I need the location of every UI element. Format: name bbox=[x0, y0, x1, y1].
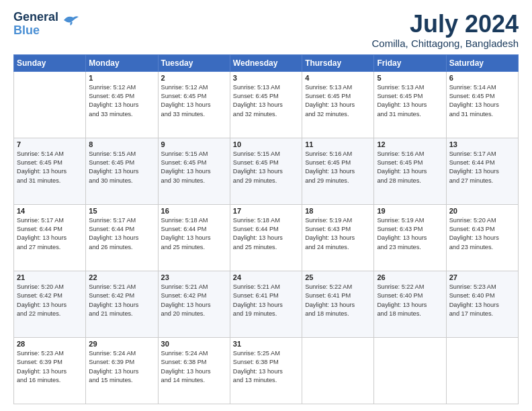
day-number: 16 bbox=[161, 207, 227, 215]
day-info: Sunrise: 5:21 AM Sunset: 6:42 PM Dayligh… bbox=[89, 283, 154, 318]
day-info: Sunrise: 5:17 AM Sunset: 6:44 PM Dayligh… bbox=[17, 216, 83, 252]
day-number: 19 bbox=[377, 207, 443, 215]
calendar-cell: 22Sunrise: 5:21 AM Sunset: 6:42 PM Dayli… bbox=[86, 271, 158, 337]
title-block: July 2024 Comilla, Chittagong, Banglades… bbox=[372, 11, 519, 49]
calendar-body: 1Sunrise: 5:12 AM Sunset: 6:45 PM Daylig… bbox=[14, 71, 519, 404]
calendar-cell: 20Sunrise: 5:20 AM Sunset: 6:43 PM Dayli… bbox=[446, 204, 518, 271]
day-info: Sunrise: 5:19 AM Sunset: 6:43 PM Dayligh… bbox=[377, 216, 443, 252]
day-number: 14 bbox=[17, 207, 83, 215]
day-info: Sunrise: 5:12 AM Sunset: 6:45 PM Dayligh… bbox=[89, 83, 154, 119]
day-number: 12 bbox=[377, 140, 443, 148]
calendar-week-4: 21Sunrise: 5:20 AM Sunset: 6:42 PM Dayli… bbox=[14, 271, 519, 337]
calendar-cell: 14Sunrise: 5:17 AM Sunset: 6:44 PM Dayli… bbox=[14, 204, 86, 271]
day-info: Sunrise: 5:20 AM Sunset: 6:43 PM Dayligh… bbox=[449, 216, 515, 252]
day-number: 4 bbox=[305, 74, 371, 82]
day-info: Sunrise: 5:24 AM Sunset: 6:39 PM Dayligh… bbox=[89, 349, 154, 385]
day-info: Sunrise: 5:16 AM Sunset: 6:45 PM Dayligh… bbox=[305, 150, 371, 185]
calendar-cell: 31Sunrise: 5:25 AM Sunset: 6:38 PM Dayli… bbox=[230, 337, 302, 404]
subtitle: Comilla, Chittagong, Bangladesh bbox=[372, 38, 519, 49]
page: General Blue July 2024 Comilla, Chittago… bbox=[0, 0, 532, 411]
day-number: 15 bbox=[89, 207, 154, 215]
day-number: 29 bbox=[89, 340, 154, 348]
calendar-cell: 13Sunrise: 5:17 AM Sunset: 6:44 PM Dayli… bbox=[446, 138, 518, 204]
day-info: Sunrise: 5:17 AM Sunset: 6:44 PM Dayligh… bbox=[449, 150, 515, 185]
day-number: 30 bbox=[161, 340, 227, 348]
day-number: 28 bbox=[17, 340, 83, 348]
day-info: Sunrise: 5:22 AM Sunset: 6:40 PM Dayligh… bbox=[377, 283, 443, 318]
calendar-cell: 29Sunrise: 5:24 AM Sunset: 6:39 PM Dayli… bbox=[86, 337, 158, 404]
main-title: July 2024 bbox=[372, 11, 519, 38]
day-number: 18 bbox=[305, 207, 371, 215]
day-info: Sunrise: 5:13 AM Sunset: 6:45 PM Dayligh… bbox=[377, 83, 443, 119]
logo: General Blue bbox=[13, 11, 80, 38]
day-number: 5 bbox=[377, 74, 443, 82]
calendar-week-5: 28Sunrise: 5:23 AM Sunset: 6:39 PM Dayli… bbox=[14, 337, 519, 404]
day-number: 17 bbox=[233, 207, 299, 215]
calendar-week-3: 14Sunrise: 5:17 AM Sunset: 6:44 PM Dayli… bbox=[14, 204, 519, 271]
day-info: Sunrise: 5:12 AM Sunset: 6:45 PM Dayligh… bbox=[161, 83, 227, 119]
calendar-cell: 5Sunrise: 5:13 AM Sunset: 6:45 PM Daylig… bbox=[374, 71, 446, 138]
calendar-cell: 1Sunrise: 5:12 AM Sunset: 6:45 PM Daylig… bbox=[86, 71, 158, 138]
weekday-header-thursday: Thursday bbox=[302, 54, 374, 71]
day-info: Sunrise: 5:25 AM Sunset: 6:38 PM Dayligh… bbox=[233, 349, 299, 385]
calendar-cell: 6Sunrise: 5:14 AM Sunset: 6:45 PM Daylig… bbox=[446, 71, 518, 138]
day-info: Sunrise: 5:24 AM Sunset: 6:38 PM Dayligh… bbox=[161, 349, 227, 385]
day-number: 27 bbox=[449, 273, 515, 281]
calendar-cell: 12Sunrise: 5:16 AM Sunset: 6:45 PM Dayli… bbox=[374, 138, 446, 204]
calendar-cell: 4Sunrise: 5:13 AM Sunset: 6:45 PM Daylig… bbox=[302, 71, 374, 138]
logo-bird-icon bbox=[61, 13, 80, 30]
calendar-cell: 11Sunrise: 5:16 AM Sunset: 6:45 PM Dayli… bbox=[302, 138, 374, 204]
day-number: 23 bbox=[161, 273, 227, 281]
day-info: Sunrise: 5:21 AM Sunset: 6:42 PM Dayligh… bbox=[161, 283, 227, 318]
calendar-cell: 24Sunrise: 5:21 AM Sunset: 6:41 PM Dayli… bbox=[230, 271, 302, 337]
day-info: Sunrise: 5:14 AM Sunset: 6:45 PM Dayligh… bbox=[17, 150, 83, 185]
weekday-header-tuesday: Tuesday bbox=[158, 54, 230, 71]
day-number: 31 bbox=[233, 340, 299, 348]
calendar-cell: 28Sunrise: 5:23 AM Sunset: 6:39 PM Dayli… bbox=[14, 337, 86, 404]
calendar-week-2: 7Sunrise: 5:14 AM Sunset: 6:45 PM Daylig… bbox=[14, 138, 519, 204]
day-info: Sunrise: 5:13 AM Sunset: 6:45 PM Dayligh… bbox=[233, 83, 299, 119]
logo-text: General Blue bbox=[13, 11, 58, 38]
calendar-cell: 19Sunrise: 5:19 AM Sunset: 6:43 PM Dayli… bbox=[374, 204, 446, 271]
day-info: Sunrise: 5:15 AM Sunset: 6:45 PM Dayligh… bbox=[161, 150, 227, 185]
header: General Blue July 2024 Comilla, Chittago… bbox=[13, 11, 519, 49]
day-number: 21 bbox=[17, 273, 83, 281]
day-number: 8 bbox=[89, 140, 154, 148]
day-number: 26 bbox=[377, 273, 443, 281]
day-info: Sunrise: 5:23 AM Sunset: 6:40 PM Dayligh… bbox=[449, 283, 515, 318]
calendar-cell: 10Sunrise: 5:15 AM Sunset: 6:45 PM Dayli… bbox=[230, 138, 302, 204]
day-number: 13 bbox=[449, 140, 515, 148]
calendar-cell: 21Sunrise: 5:20 AM Sunset: 6:42 PM Dayli… bbox=[14, 271, 86, 337]
day-info: Sunrise: 5:20 AM Sunset: 6:42 PM Dayligh… bbox=[17, 283, 83, 318]
day-info: Sunrise: 5:19 AM Sunset: 6:43 PM Dayligh… bbox=[305, 216, 371, 252]
calendar-cell bbox=[14, 71, 86, 138]
calendar-cell: 17Sunrise: 5:18 AM Sunset: 6:44 PM Dayli… bbox=[230, 204, 302, 271]
day-info: Sunrise: 5:17 AM Sunset: 6:44 PM Dayligh… bbox=[89, 216, 154, 252]
day-info: Sunrise: 5:13 AM Sunset: 6:45 PM Dayligh… bbox=[305, 83, 371, 119]
day-info: Sunrise: 5:18 AM Sunset: 6:44 PM Dayligh… bbox=[233, 216, 299, 252]
day-number: 3 bbox=[233, 74, 299, 82]
day-info: Sunrise: 5:15 AM Sunset: 6:45 PM Dayligh… bbox=[233, 150, 299, 185]
day-number: 6 bbox=[449, 74, 515, 82]
day-info: Sunrise: 5:14 AM Sunset: 6:45 PM Dayligh… bbox=[449, 83, 515, 119]
day-info: Sunrise: 5:22 AM Sunset: 6:41 PM Dayligh… bbox=[305, 283, 371, 318]
weekday-header-monday: Monday bbox=[86, 54, 158, 71]
weekday-header-sunday: Sunday bbox=[14, 54, 86, 71]
calendar-cell bbox=[374, 337, 446, 404]
calendar-cell: 18Sunrise: 5:19 AM Sunset: 6:43 PM Dayli… bbox=[302, 204, 374, 271]
calendar-cell: 23Sunrise: 5:21 AM Sunset: 6:42 PM Dayli… bbox=[158, 271, 230, 337]
calendar-cell: 7Sunrise: 5:14 AM Sunset: 6:45 PM Daylig… bbox=[14, 138, 86, 204]
day-number: 1 bbox=[89, 74, 154, 82]
calendar-week-1: 1Sunrise: 5:12 AM Sunset: 6:45 PM Daylig… bbox=[14, 71, 519, 138]
weekday-header-saturday: Saturday bbox=[446, 54, 518, 71]
day-number: 24 bbox=[233, 273, 299, 281]
day-number: 11 bbox=[305, 140, 371, 148]
calendar-cell: 27Sunrise: 5:23 AM Sunset: 6:40 PM Dayli… bbox=[446, 271, 518, 337]
day-number: 10 bbox=[233, 140, 299, 148]
weekday-header-row: SundayMondayTuesdayWednesdayThursdayFrid… bbox=[14, 54, 519, 71]
calendar-cell bbox=[446, 337, 518, 404]
day-number: 9 bbox=[161, 140, 227, 148]
calendar-cell: 3Sunrise: 5:13 AM Sunset: 6:45 PM Daylig… bbox=[230, 71, 302, 138]
day-number: 20 bbox=[449, 207, 515, 215]
day-info: Sunrise: 5:16 AM Sunset: 6:45 PM Dayligh… bbox=[377, 150, 443, 185]
